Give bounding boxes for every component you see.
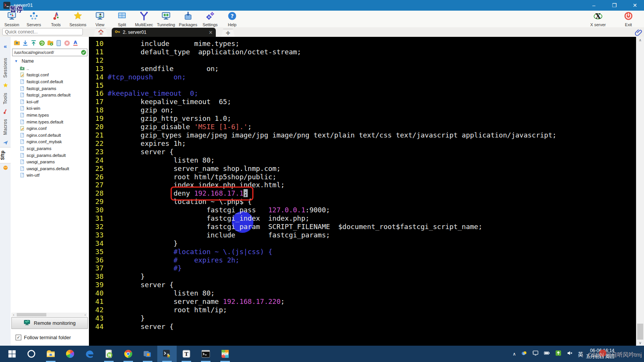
terminal-line-42: 42 root html/ip; — [91, 306, 636, 314]
tray-battery-icon[interactable] — [544, 350, 550, 358]
scroll-left-icon[interactable]: ‹ — [11, 313, 16, 317]
delete-icon[interactable] — [64, 40, 70, 46]
newfolder-icon[interactable] — [47, 40, 54, 46]
file-row-fastcgi-params-default[interactable]: fastcgi_params.default — [11, 92, 89, 98]
current-path: /usr/local/nginx/conf/ — [13, 50, 81, 55]
file-row-win-utf[interactable]: win-utf — [11, 172, 89, 179]
folderup-icon[interactable] — [14, 40, 20, 46]
toolbar-button-view[interactable]: View — [89, 11, 111, 27]
file-row-koi-win[interactable]: koi-win — [11, 105, 89, 112]
tab-close-icon[interactable]: ✕ — [209, 30, 213, 35]
scroll-down-icon[interactable]: ∨ — [636, 341, 644, 345]
taskbar-typora-icon[interactable]: T — [177, 346, 196, 362]
minimize-button[interactable]: – — [589, 2, 599, 8]
file-row-mime-types-default[interactable]: mime.types.default — [11, 119, 89, 125]
scroll-up-icon[interactable]: ∧ — [636, 38, 644, 42]
taskbar-vmware-icon[interactable] — [138, 346, 157, 362]
name-column-header: Name — [22, 58, 34, 64]
toolbar-button-exit[interactable]: Exit — [617, 11, 639, 27]
sidebar-tab-macros[interactable]: Macros — [3, 116, 8, 138]
taskbar-cortana-icon[interactable] — [22, 346, 41, 362]
hscroll-thumb[interactable] — [17, 313, 46, 316]
svg-text:A: A — [74, 40, 78, 45]
toolbar-button-settings[interactable]: Settings — [199, 11, 221, 27]
tray-upload-green-icon[interactable] — [555, 350, 562, 358]
file-row-mime-types[interactable]: mime.types — [11, 112, 89, 119]
file-row-uwsgi-params-default[interactable]: uwsgi_params.default — [11, 165, 89, 172]
rename-icon[interactable]: A — [72, 40, 79, 46]
toolbar-button-packages[interactable]: Packages — [177, 11, 199, 27]
toolbar-button-sessions[interactable]: Sessions — [67, 11, 89, 27]
refresh-icon[interactable] — [39, 40, 45, 46]
file-toolbar: A — [11, 37, 89, 48]
file-icon — [20, 79, 25, 84]
ball-icon — [3, 165, 8, 171]
paperclip-icon[interactable] — [635, 28, 642, 36]
sidebar-tab-sessions[interactable]: Sessions — [3, 55, 8, 81]
terminal-line-24: 24 listen 80; — [91, 156, 636, 164]
toolbar-button-tunneling[interactable]: Tunneling — [155, 11, 177, 27]
file-row-fastcgi-conf[interactable]: fastcgi.conf — [11, 72, 89, 79]
toolbar-button-servers[interactable]: Servers — [23, 11, 45, 27]
toolbar-button-multiexec[interactable]: MultiExec — [133, 11, 155, 27]
remote-monitoring-button[interactable]: Remote monitoring — [11, 317, 88, 329]
taskbar-notepadpp-icon[interactable]: N — [99, 346, 119, 362]
toolbar-button-split[interactable]: Split — [111, 11, 133, 27]
file-row-scgi-params-default[interactable]: scgi_params.default — [11, 152, 89, 159]
follow-terminal-folder-label: Follow terminal folder — [24, 335, 71, 340]
toolbar-button-x-server[interactable]: XX server — [587, 11, 609, 27]
terminal-line-12: 12 — [91, 56, 636, 65]
scroll-right-icon[interactable]: › — [83, 313, 87, 317]
terminal-scrollbar[interactable]: ∧ ∨ — [636, 37, 644, 346]
taskbar-explorer-icon[interactable] — [41, 346, 60, 362]
file-row-koi-utf[interactable]: koi-utf — [11, 98, 89, 105]
tray-cloud-icon[interactable] — [521, 350, 527, 358]
taskbar-edge-icon[interactable] — [80, 346, 99, 362]
taskbar-browser-pinwheel-icon[interactable] — [60, 346, 80, 362]
new-tab-button[interactable]: ✚ — [219, 29, 237, 37]
file-name: mime.types — [27, 113, 49, 117]
download-icon[interactable] — [22, 40, 28, 46]
file-list-header[interactable]: ▼ Name — [11, 56, 89, 65]
file-row-uwsgi-params[interactable]: uwsgi_params — [11, 158, 89, 165]
terminal-line-20: 20 gzip_disable 'MSIE [1-6].'; — [91, 123, 636, 131]
taskbar-chrome-icon[interactable] — [119, 346, 138, 362]
tools-icon — [51, 11, 60, 22]
ime-indicator[interactable]: 英 — [578, 350, 583, 358]
toolbar-button-tools[interactable]: Tools — [45, 11, 67, 27]
quick-connect-input[interactable] — [2, 28, 83, 35]
file-row-fastcgi-params[interactable]: fastcgi_params — [11, 85, 89, 92]
scrollbar-thumb[interactable] — [637, 324, 643, 340]
taskbar-start-icon[interactable] — [2, 346, 22, 362]
file-row-nginx-conf-default[interactable]: nginx.conf.default — [11, 132, 89, 139]
monitoring-icon — [24, 319, 30, 327]
tray-chevron-up-icon[interactable]: ∧ — [513, 351, 516, 357]
terminal-line-40: 40 listen 80; — [91, 289, 636, 297]
upload-icon[interactable] — [30, 40, 37, 46]
tab-server01[interactable]: 2. server01 ✕ — [112, 28, 216, 37]
tray-display-icon[interactable] — [532, 350, 539, 358]
file-list-hscrollbar[interactable]: ‹ › — [11, 313, 87, 317]
sidebar-collapse-button[interactable]: « — [4, 43, 7, 49]
tray-mute-icon[interactable] — [566, 350, 573, 358]
file-row-fastcgi-conf-default[interactable]: fastcgi.conf.default — [11, 78, 89, 85]
taskbar-mobaxterm-icon[interactable] — [157, 346, 177, 362]
newfile-icon[interactable] — [55, 40, 62, 46]
sidebar-tab-sftp[interactable]: Sftp — [0, 147, 11, 163]
file-row-nginx-conf-mybak[interactable]: nginx.conf_mybak — [11, 139, 89, 145]
path-field[interactable]: /usr/local/nginx/conf/ — [12, 49, 87, 56]
file-row-nginx-conf[interactable]: nginx.conf — [11, 125, 89, 132]
terminal-line-16: 16 #keepalive_timeout 0; — [91, 89, 636, 98]
sftp-panel: A /usr/local/nginx/conf/ ▼ Name ..fastcg… — [11, 37, 89, 346]
toolbar-button-help[interactable]: ?Help — [221, 11, 243, 27]
file-row-scgi-params[interactable]: scgi_params — [11, 145, 89, 152]
maximize-button[interactable]: ❐ — [609, 2, 620, 8]
close-button[interactable]: ✕ — [630, 2, 640, 8]
home-tab[interactable] — [91, 28, 110, 37]
taskbar-pdf-icon[interactable]: PDF — [215, 346, 235, 362]
follow-terminal-folder-checkbox[interactable]: ✓ — [16, 335, 21, 340]
sidebar-tab-tools[interactable]: Tools — [3, 90, 8, 107]
taskbar-cmd-icon[interactable] — [196, 346, 215, 362]
file-row---[interactable]: .. — [11, 65, 89, 72]
svg-text:N: N — [108, 353, 111, 357]
